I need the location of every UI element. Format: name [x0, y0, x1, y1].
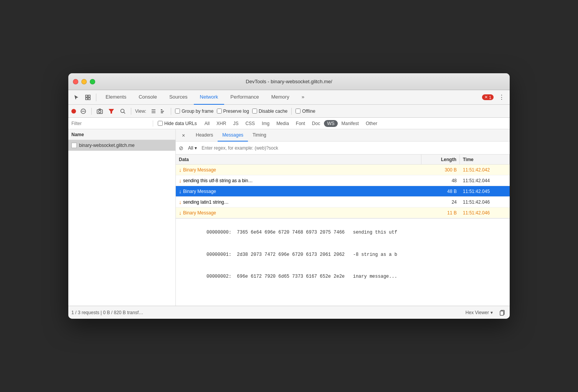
- filter-doc[interactable]: Doc: [309, 120, 323, 127]
- inspect-icon[interactable]: [83, 92, 93, 102]
- minimize-button[interactable]: [81, 79, 87, 84]
- camera-icon[interactable]: [96, 107, 104, 115]
- tab-console[interactable]: Console: [132, 90, 163, 105]
- detail-panel: × Headers Messages Timing ⊘ All ▾ Data L…: [176, 129, 510, 306]
- filter-manifest[interactable]: Manifest: [339, 120, 362, 127]
- filter-icon[interactable]: [107, 107, 116, 115]
- messages-table-header: Data Length Time: [176, 155, 510, 165]
- table-row[interactable]: ↓ Binary Message 300 B 11:51:42.042: [176, 165, 510, 175]
- svg-marker-8: [109, 109, 114, 114]
- toolbar-sep-2: [131, 108, 131, 115]
- tab-headers[interactable]: Headers: [191, 129, 218, 142]
- tab-memory[interactable]: Memory: [265, 90, 296, 105]
- svg-rect-14: [161, 109, 162, 110]
- error-badge[interactable]: ✕ 1: [482, 94, 494, 100]
- clear-button[interactable]: [79, 107, 88, 115]
- filter-type-buttons: All XHR JS CSS Img Media Font Doc WS Man…: [201, 120, 380, 127]
- filter-font[interactable]: Font: [293, 120, 308, 127]
- toolbar-right: ✕ 1 ⋮: [482, 92, 507, 102]
- filter-media[interactable]: Media: [273, 120, 292, 127]
- maximize-button[interactable]: [90, 79, 95, 84]
- copy-button[interactable]: [498, 308, 507, 317]
- hex-viewer: 00000000: 7365 6e64 696e 6720 7468 6973 …: [176, 218, 510, 291]
- file-list-header: Name: [68, 129, 175, 140]
- arrow-icon: ↓: [179, 167, 182, 173]
- titlebar: DevTools - binary-websocket.glitch.me/: [68, 73, 510, 90]
- messages-search-input[interactable]: [201, 145, 507, 151]
- toolbar-sep-1: [91, 108, 92, 115]
- header-data: Data: [176, 155, 421, 164]
- message-length-cell: 24: [421, 197, 460, 207]
- dropdown-arrow: ▾: [195, 145, 197, 151]
- message-data-cell: ↓ Binary Message: [176, 208, 421, 218]
- message-time-cell: 11:51:42.046: [460, 197, 510, 207]
- disable-cache-checkbox[interactable]: Disable cache: [252, 109, 287, 114]
- list-item[interactable]: binary-websocket.glitch.me: [68, 140, 175, 151]
- message-length-cell: 48: [421, 175, 460, 186]
- close-detail-button[interactable]: ×: [179, 131, 188, 140]
- svg-rect-18: [500, 311, 504, 315]
- group-by-frame-checkbox[interactable]: Group by frame: [175, 109, 213, 114]
- message-data-cell: ↓ Binary Message: [176, 186, 421, 196]
- message-text: sending latin1 string…: [183, 199, 229, 205]
- filter-ws[interactable]: WS: [324, 120, 337, 127]
- filter-js[interactable]: JS: [230, 120, 241, 127]
- window-title: DevTools - binary-websocket.glitch.me/: [246, 79, 332, 84]
- tab-performance[interactable]: Performance: [224, 90, 265, 105]
- hex-viewer-dropdown[interactable]: Hex Viewer ▾: [463, 309, 495, 316]
- arrow-icon: ↓: [179, 188, 182, 194]
- cursor-icon[interactable]: [71, 92, 81, 102]
- dropdown-arrow-icon: ▾: [490, 310, 493, 315]
- waterfall-view-icon[interactable]: [159, 107, 167, 115]
- filter-bar: Hide data URLs All XHR JS CSS Img Media …: [68, 118, 510, 129]
- filter-xhr[interactable]: XHR: [213, 120, 229, 127]
- search-icon[interactable]: [119, 107, 127, 115]
- close-button[interactable]: [73, 79, 78, 84]
- arrow-icon: ↓: [179, 210, 182, 216]
- table-row[interactable]: ↓ sending this utf-8 string as a bin… 48…: [176, 175, 510, 186]
- filter-all[interactable]: All: [201, 120, 213, 127]
- tab-network[interactable]: Network: [194, 90, 225, 105]
- arrow-icon: ↓: [179, 178, 182, 184]
- tab-messages[interactable]: Messages: [218, 129, 248, 142]
- messages-filter: ⊘ All ▾: [176, 142, 510, 155]
- tab-timing[interactable]: Timing: [248, 129, 271, 142]
- message-time-cell: 11:51:42.046: [460, 208, 510, 218]
- svg-rect-1: [88, 95, 90, 97]
- filter-input[interactable]: [71, 121, 148, 126]
- svg-rect-15: [161, 111, 164, 112]
- message-data-cell: ↓ sending this utf-8 string as a bin…: [176, 175, 421, 186]
- svg-point-9: [121, 109, 124, 112]
- messages-table: Data Length Time ↓ Binary Message 300 B …: [176, 155, 510, 306]
- message-text: Binary Message: [183, 210, 216, 216]
- message-time-cell: 11:51:42.045: [460, 186, 510, 196]
- filter-img[interactable]: Img: [259, 120, 272, 127]
- message-text: Binary Message: [183, 189, 216, 194]
- table-row[interactable]: ↓ sending latin1 string… 24 11:51:42.046: [176, 197, 510, 208]
- traffic-lights: [73, 79, 95, 84]
- tab-sources[interactable]: Sources: [163, 90, 194, 105]
- offline-checkbox[interactable]: Offline: [296, 109, 315, 114]
- tab-elements[interactable]: Elements: [99, 90, 132, 105]
- hide-data-urls-checkbox[interactable]: Hide data URLs: [158, 121, 197, 126]
- record-button[interactable]: [71, 109, 76, 114]
- filter-css[interactable]: CSS: [242, 120, 258, 127]
- list-view-icon[interactable]: [149, 107, 158, 115]
- more-options-button[interactable]: ⋮: [497, 92, 507, 102]
- main-tabs: Elements Console Sources Network Perform…: [99, 90, 310, 105]
- toolbar-separator: [96, 94, 96, 101]
- table-row[interactable]: ↓ Binary Message 48 B 11:51:42.045: [176, 186, 510, 197]
- filter-other[interactable]: Other: [363, 120, 380, 127]
- table-row[interactable]: ↓ Binary Message 11 B 11:51:42.046: [176, 208, 510, 218]
- message-filter-dropdown[interactable]: All ▾: [187, 145, 198, 152]
- main-content: Name binary-websocket.glitch.me × Header…: [68, 129, 510, 306]
- hex-viewer-label: Hex Viewer: [466, 310, 489, 315]
- toolbar-sep-4: [291, 108, 292, 115]
- hex-line-2: 00000001: 2d38 2073 7472 696e 6720 6173 …: [206, 252, 397, 257]
- preserve-log-checkbox[interactable]: Preserve log: [217, 109, 249, 114]
- network-toolbar: View: Group by frame: [68, 105, 510, 118]
- tab-more[interactable]: »: [296, 90, 310, 105]
- svg-rect-0: [86, 95, 88, 97]
- message-time-cell: 11:51:42.044: [460, 175, 510, 186]
- status-bar: 1 / 3 requests | 0 B / 820 B transf… Hex…: [68, 306, 510, 319]
